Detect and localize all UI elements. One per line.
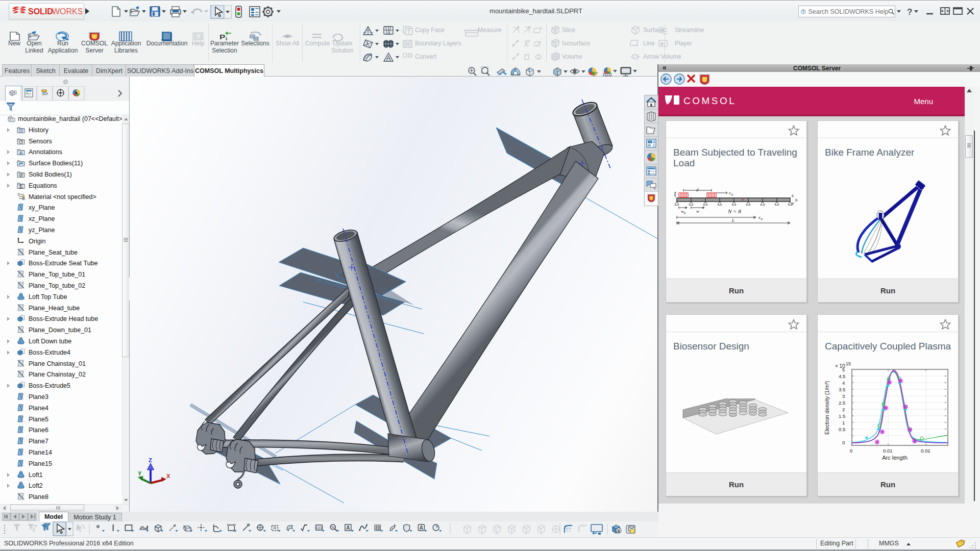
svg-text:0.01: 0.01 <box>883 448 893 454</box>
svg-text:A: A <box>346 525 350 531</box>
svg-text:d: d <box>696 187 699 192</box>
svg-text:1.5: 1.5 <box>839 413 845 419</box>
svg-text:Z: Z <box>149 457 152 463</box>
svg-text:0: 0 <box>842 440 845 445</box>
svg-text:1: 1 <box>842 420 845 425</box>
svg-text:N: N <box>331 525 334 530</box>
svg-text:WORKS: WORKS <box>52 7 82 16</box>
svg-text:p: p <box>731 192 733 196</box>
svg-text:Electron density (1/m³): Electron density (1/m³) <box>824 381 830 435</box>
svg-text:COMSOL: COMSOL <box>683 95 736 106</box>
svg-text:Y: Y <box>138 470 142 477</box>
svg-text:0.02: 0.02 <box>921 448 930 454</box>
svg-text:15: 15 <box>846 361 851 366</box>
svg-text:4: 4 <box>842 380 845 386</box>
svg-text:?: ? <box>802 10 804 13</box>
svg-text:2.5: 2.5 <box>839 400 845 406</box>
svg-text:× 10: × 10 <box>835 363 845 369</box>
svg-text:A: A <box>19 151 23 156</box>
svg-text:4.5: 4.5 <box>839 373 845 379</box>
svg-text:L: L <box>731 218 734 223</box>
svg-text:SOLID: SOLID <box>28 7 53 16</box>
svg-text:X: X <box>166 473 170 479</box>
svg-text:A: A <box>420 525 423 531</box>
svg-text:2: 2 <box>842 407 845 412</box>
svg-text:Σ: Σ <box>19 184 23 189</box>
svg-text:?: ? <box>195 33 200 40</box>
svg-text:p: p <box>761 217 763 221</box>
svg-text:103: 103 <box>315 525 323 530</box>
svg-text:3.5: 3.5 <box>839 387 845 392</box>
svg-text:?: ? <box>907 7 912 17</box>
svg-text:p: p <box>683 211 686 215</box>
svg-text:9: 9 <box>617 529 620 534</box>
svg-text:v: v <box>729 190 731 195</box>
svg-text:3: 3 <box>842 393 845 399</box>
svg-text:h: h <box>795 197 798 203</box>
svg-text:w: w <box>696 209 699 214</box>
svg-text:x: x <box>758 215 761 220</box>
svg-text:0: 0 <box>850 448 852 454</box>
svg-text:N = 8: N = 8 <box>727 208 741 214</box>
svg-text:0.5: 0.5 <box>839 427 845 432</box>
svg-text:Arc length: Arc length <box>882 455 908 461</box>
